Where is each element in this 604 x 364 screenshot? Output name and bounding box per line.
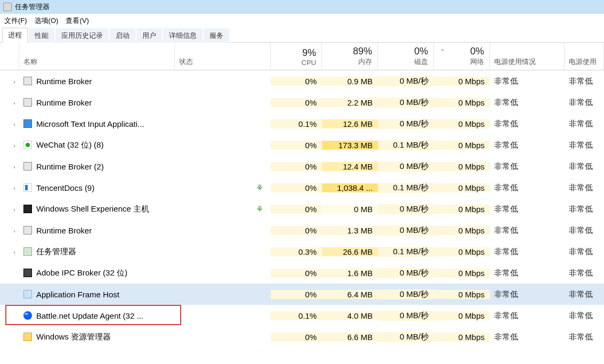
memory-cell: 12.6 MB [322,119,378,128]
chevron-right-icon[interactable]: › [11,228,18,235]
table-row[interactable]: Application Frame Host0%6.4 MB0 MB/秒0 Mb… [0,284,604,305]
cpu-cell: 0% [271,333,322,342]
chevron-right-icon[interactable]: › [11,100,18,107]
header-state[interactable]: 状态 [175,43,271,70]
process-icon [23,183,32,192]
table-row[interactable]: Battle.net Update Agent (32 ...0.1%4.0 M… [0,305,604,326]
header-power-trend[interactable]: 电源使用 [565,43,604,70]
expander-cell[interactable]: › [0,119,19,128]
header-network[interactable]: ⌄ 0% 网络 [434,43,490,70]
name-cell: Application Frame Host [19,290,175,299]
header-memory[interactable]: 89% 内存 [322,43,378,70]
chevron-right-icon[interactable]: › [11,142,18,150]
header-power[interactable]: 电源使用情况 [490,43,565,70]
header-mem-pct: 89% [326,46,372,57]
table-row[interactable]: ›Runtime Broker (2)0%12.4 MB0 MB/秒0 Mbps… [0,156,604,177]
tab-3[interactable]: 启动 [110,28,135,43]
table-row[interactable]: ›Runtime Broker0%0.9 MB0 MB/秒0 Mbps非常低非常… [0,70,604,92]
process-name: 任务管理器 [36,247,76,257]
expander-cell[interactable]: › [0,204,19,214]
power-cell: 非常低 [490,183,565,193]
memory-cell: 6.4 MB [322,290,378,299]
network-cell: 0 Mbps [434,119,490,128]
table-row[interactable]: ›WeChat (32 位) (8)0%173.3 MB0.1 MB/秒0 Mb… [0,134,604,156]
name-cell: Runtime Broker (2) [19,162,175,171]
menu-view[interactable]: 查看(V) [66,16,88,26]
power-trend-cell: 非常低 [565,204,604,214]
process-icon [23,311,32,320]
process-icon [23,98,32,107]
process-name: Runtime Broker [36,98,92,107]
header-cpu-label: CPU [275,59,316,67]
header-name[interactable]: 名称 [19,43,175,70]
network-cell: 0 Mbps [434,226,490,235]
name-cell: Adobe IPC Broker (32 位) [19,268,175,278]
cpu-cell: 0.1% [271,311,322,320]
expander-cell[interactable]: › [0,98,19,107]
disk-cell: 0 MB/秒 [378,204,434,214]
header-power-label: 电源使用情况 [494,57,559,67]
table-row[interactable]: ›Microsoft Text Input Applicati...0.1%12… [0,113,604,134]
expander-cell[interactable]: › [0,247,19,256]
tab-1[interactable]: 性能 [29,28,54,43]
chevron-right-icon[interactable]: › [11,185,18,192]
power-trend-cell: 非常低 [565,161,604,172]
process-name: Windows 资源管理器 [36,332,111,342]
memory-cell: 1.6 MB [322,269,378,278]
expander-cell[interactable]: › [0,76,19,86]
power-trend-cell: 非常低 [565,98,604,108]
expander-cell[interactable]: › [0,140,19,150]
process-icon [23,290,32,298]
table-row[interactable]: ›Runtime Broker0%2.2 MB0 MB/秒0 Mbps非常低非常… [0,92,604,113]
cpu-cell: 0% [271,269,322,278]
process-icon [23,119,32,128]
network-cell: 0 Mbps [434,247,490,256]
process-icon [23,77,32,85]
power-cell: 非常低 [490,268,565,278]
table-row[interactable]: ›TencentDocs (9)⚘0%1,038.4 ...0.1 MB/秒0 … [0,177,604,198]
tab-4[interactable]: 用户 [136,28,162,43]
power-cell: 非常低 [490,98,565,108]
power-cell: 非常低 [490,161,565,172]
tab-0[interactable]: 进程 [2,28,28,43]
name-cell: Windows 资源管理器 [19,332,175,342]
disk-cell: 0.1 MB/秒 [378,140,434,150]
expander-cell[interactable]: › [0,161,19,171]
tab-5[interactable]: 详细信息 [163,28,203,43]
table-row[interactable]: ›任务管理器0.3%26.6 MB0.1 MB/秒0 Mbps非常低非常低 [0,241,604,262]
chevron-right-icon[interactable]: › [11,164,18,171]
tab-2[interactable]: 应用历史记录 [55,28,109,43]
menu-options[interactable]: 选项(O) [35,16,59,26]
table-row[interactable]: ›Windows Shell Experience 主机⚘0%0 MB0 MB/… [0,198,604,220]
table-row[interactable]: Windows 资源管理器0%6.6 MB0 MB/秒0 Mbps非常低非常低 [0,326,604,347]
disk-cell: 0 MB/秒 [378,332,434,342]
chevron-right-icon[interactable]: › [11,206,18,214]
name-cell: 任务管理器 [19,247,175,257]
process-table: 名称 状态 9% CPU 89% 内存 0% 磁盘 ⌄ 0% 网络 电源使用情况… [0,43,604,347]
menu-file[interactable]: 文件(F) [4,16,27,26]
memory-cell: 1,038.4 ... [322,183,378,192]
expander-cell[interactable]: › [0,183,19,192]
network-cell: 0 Mbps [434,205,490,214]
power-trend-cell: 非常低 [565,140,604,150]
name-cell: Runtime Broker [19,98,175,107]
process-icon [23,205,32,213]
network-cell: 0 Mbps [434,77,490,86]
tab-6[interactable]: 服务 [204,28,229,43]
power-trend-cell: 非常低 [565,225,604,236]
table-row[interactable]: ›Runtime Broker0%1.3 MB0 MB/秒0 Mbps非常低非常… [0,220,604,241]
chevron-right-icon[interactable]: › [11,249,18,256]
header-disk[interactable]: 0% 磁盘 [378,43,434,70]
process-name: Windows Shell Experience 主机 [36,204,149,214]
expander-cell[interactable]: › [0,225,19,235]
memory-cell: 4.0 MB [322,311,378,320]
process-icon [23,247,32,256]
titlebar[interactable]: 任务管理器 [0,0,604,14]
process-name: TencentDocs (9) [36,183,94,192]
chevron-right-icon[interactable]: › [11,78,18,86]
process-icon [23,141,32,149]
header-cpu[interactable]: 9% CPU [271,43,322,70]
network-cell: 0 Mbps [434,269,490,278]
chevron-right-icon[interactable]: › [11,121,18,128]
table-row[interactable]: Adobe IPC Broker (32 位)0%1.6 MB0 MB/秒0 M… [0,262,604,284]
